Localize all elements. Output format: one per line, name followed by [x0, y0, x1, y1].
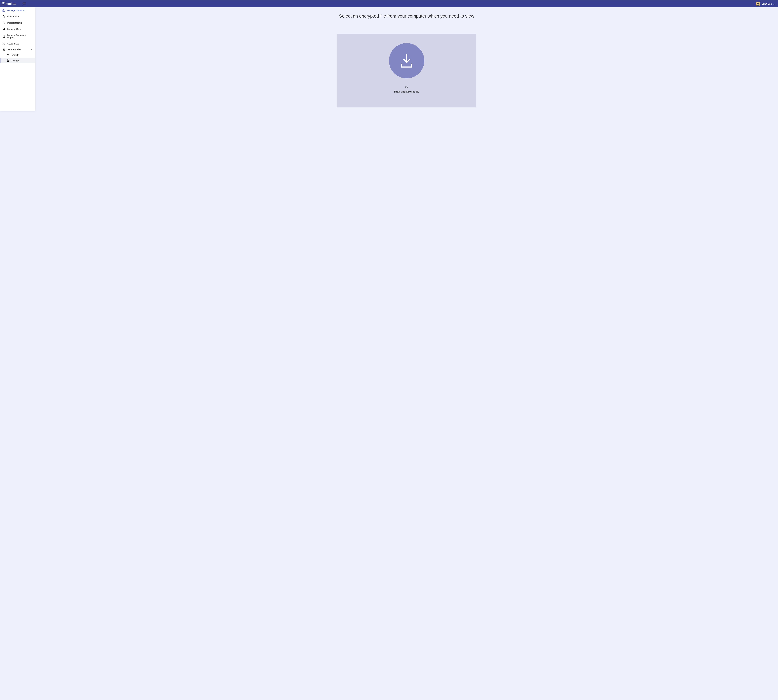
svg-rect-1: [2, 2, 4, 3]
sidebar-subitem-decrypt[interactable]: Decrypt: [0, 58, 35, 63]
brand[interactable]: xcelitte: [1, 2, 16, 7]
sidebar-item-label: Upload File: [7, 15, 19, 18]
sidebar-item-secure-a-file[interactable]: Secure a File v: [0, 47, 35, 52]
brand-logo-icon: [1, 2, 6, 7]
sidebar-item-system-log[interactable]: System Log: [0, 41, 35, 47]
sidebar-item-upload-file[interactable]: Upload File: [0, 13, 35, 20]
lock-icon: [7, 53, 9, 56]
sidebar-item-manage-shortcuts[interactable]: Manage Shortcuts: [0, 7, 35, 13]
sidebar-item-label: Secure a File: [7, 48, 20, 51]
svg-point-10: [4, 44, 5, 45]
sidebar-subitem-label: Decrypt: [12, 59, 19, 62]
home-icon: [2, 9, 5, 12]
user-name: John Doe: [762, 3, 772, 5]
report-icon: [2, 35, 5, 38]
brand-name: xcelitte: [6, 2, 16, 6]
chevron-down-icon: v: [31, 49, 32, 50]
file-lock-icon: [2, 48, 5, 51]
hamburger-menu-icon[interactable]: [23, 3, 26, 5]
drag-drop-text: Drag and Drop a file: [394, 90, 419, 93]
svg-point-7: [3, 28, 4, 29]
top-header: xcelitte John Doe: [0, 0, 778, 7]
page-title: Select an encrypted file from your compu…: [339, 13, 474, 19]
svg-point-9: [3, 43, 4, 44]
user-gear-icon: [2, 42, 5, 45]
import-icon: [2, 22, 5, 24]
sidebar-item-label: Manage Shortcuts: [7, 9, 26, 12]
sidebar-item-label: Import Backup: [7, 22, 22, 24]
sidebar-item-label: System Log: [7, 42, 19, 45]
main-content: Select an encrypted file from your compu…: [35, 7, 778, 700]
header-left: xcelitte: [1, 2, 26, 7]
avatar: [756, 2, 760, 6]
svg-rect-13: [7, 60, 9, 62]
svg-point-8: [4, 28, 5, 29]
svg-point-11: [3, 50, 4, 50]
sidebar-subitem-encrypt[interactable]: Encrypt: [0, 52, 35, 58]
sidebar-item-label: Manage Summary Report: [7, 34, 33, 39]
users-icon: [2, 28, 5, 30]
file-up-icon: [2, 15, 5, 18]
sidebar: Manage Shortcuts Upload File: [0, 7, 35, 111]
lock-icon: [7, 59, 9, 62]
or-text: Or: [405, 86, 408, 88]
file-dropzone[interactable]: Or Drag and Drop a file: [337, 33, 476, 107]
sidebar-item-import-backup[interactable]: Import Backup: [0, 20, 35, 26]
user-menu[interactable]: John Doe: [756, 2, 775, 6]
sidebar-item-manage-summary-report[interactable]: Manage Summary Report: [0, 32, 35, 41]
chevron-down-icon: [773, 3, 775, 4]
sidebar-subitem-label: Encrypt: [12, 54, 19, 56]
sidebar-item-manage-users[interactable]: Manage Users: [0, 26, 35, 32]
download-icon: [389, 43, 424, 78]
svg-rect-12: [7, 55, 9, 56]
sidebar-item-label: Manage Users: [7, 28, 22, 30]
